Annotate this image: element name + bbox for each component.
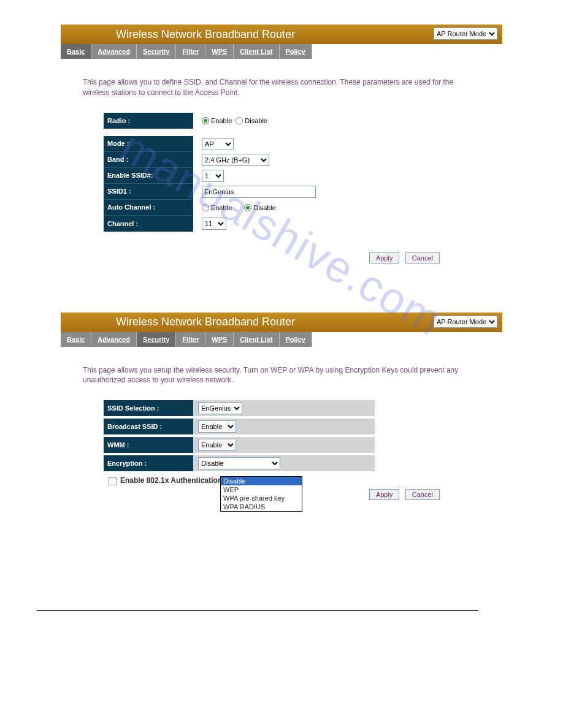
label-mode: Mode : bbox=[104, 136, 193, 152]
encryption-option-wpa-radius[interactable]: WPA RADIUS bbox=[221, 502, 302, 511]
tab-wps[interactable]: WPS bbox=[205, 332, 234, 347]
radio-disable-option[interactable]: Disable bbox=[236, 117, 267, 124]
radio-dot-icon bbox=[202, 117, 209, 124]
row-auto-channel: Auto Channel : Enable Disable bbox=[104, 200, 480, 216]
auto-ch-enable-option[interactable]: Enable bbox=[202, 204, 232, 211]
tab-bar: Basic Advanced Security Filter WPS Clien… bbox=[61, 332, 360, 347]
form-block: SSID Selection : EnGenius Broadcast SSID… bbox=[104, 400, 480, 471]
label-broadcast-ssid: Broadcast SSID : bbox=[104, 419, 193, 434]
encryption-option-wep[interactable]: WEP bbox=[221, 485, 302, 494]
tab-bar: Basic Advanced Security Filter WPS Clien… bbox=[61, 44, 360, 59]
label-auto-channel: Auto Channel : bbox=[104, 200, 193, 216]
channel-select[interactable]: 11 bbox=[202, 218, 226, 230]
form-block: Radio : Enable Disable Mode : bbox=[104, 113, 480, 232]
row-enable-ssid: Enable SSID#: 1 bbox=[104, 168, 480, 184]
radio-dot-icon bbox=[244, 204, 251, 211]
mode-select[interactable]: AP bbox=[202, 138, 234, 150]
row-channel: Channel : 11 bbox=[104, 216, 480, 232]
wmm-select[interactable]: Enable bbox=[198, 439, 236, 451]
mode-select-wrap: AP Router Mode bbox=[434, 316, 497, 328]
auto-ch-enable-label: Enable bbox=[211, 204, 232, 211]
router-mode-select[interactable]: AP Router Mode bbox=[434, 316, 497, 328]
intro-text: This page allows you to define SSID, and… bbox=[83, 77, 480, 98]
tab-filter[interactable]: Filter bbox=[176, 332, 205, 347]
title-bar: Wireless Network Broadband Router AP Rou… bbox=[61, 313, 502, 332]
tab-security[interactable]: Security bbox=[137, 332, 176, 347]
label-enable-ssid: Enable SSID#: bbox=[104, 168, 193, 184]
title-text: Wireless Network Broadband Router bbox=[116, 316, 295, 328]
auto-ch-disable-label: Disable bbox=[253, 204, 276, 211]
tab-policy[interactable]: Policy bbox=[280, 44, 312, 59]
router-mode-select[interactable]: AP Router Mode bbox=[434, 28, 497, 40]
label-channel: Channel : bbox=[104, 216, 193, 232]
radio-enable-option[interactable]: Enable bbox=[202, 117, 232, 124]
auto-ch-disable-option[interactable]: Disable bbox=[244, 204, 276, 211]
checkbox-8021x[interactable] bbox=[109, 477, 117, 485]
radio-enable-label: Enable bbox=[211, 117, 232, 124]
label-8021x: Enable 802.1x Authentication bbox=[120, 476, 222, 485]
label-encryption: Encryption : bbox=[104, 455, 193, 471]
label-ssid-selection: SSID Selection : bbox=[104, 400, 193, 416]
title-text: Wireless Network Broadband Router bbox=[116, 28, 295, 41]
tab-client-list[interactable]: Client List bbox=[234, 44, 279, 59]
band-select[interactable]: 2.4 GHz (B+G) bbox=[202, 154, 269, 166]
row-ssid-selection: SSID Selection : EnGenius bbox=[104, 400, 398, 416]
row-8021x: Enable 802.1x Authentication Disable WEP… bbox=[109, 476, 480, 485]
mode-select-wrap: AP Router Mode bbox=[434, 28, 497, 40]
row-broadcast-ssid: Broadcast SSID : Enable bbox=[104, 419, 398, 434]
apply-button[interactable]: Apply bbox=[369, 252, 400, 264]
footer-divider bbox=[37, 610, 478, 611]
row-mode: Mode : AP bbox=[104, 136, 480, 152]
ssid1-input[interactable] bbox=[202, 186, 316, 198]
tab-basic[interactable]: Basic bbox=[61, 44, 91, 59]
tab-policy[interactable]: Policy bbox=[280, 332, 312, 347]
content-area: This page allows you setup the wireless … bbox=[61, 347, 502, 501]
tab-security[interactable]: Security bbox=[137, 44, 176, 59]
tab-wps[interactable]: WPS bbox=[205, 44, 234, 59]
tab-advanced[interactable]: Advanced bbox=[91, 44, 137, 59]
row-ssid1: SSID1 : bbox=[104, 184, 480, 200]
encryption-option-wpa-psk[interactable]: WPA pre-shared key bbox=[221, 494, 302, 502]
label-radio: Radio : bbox=[104, 113, 193, 129]
apply-button[interactable]: Apply bbox=[369, 489, 400, 500]
radio-dot-icon bbox=[202, 204, 209, 211]
security-settings-panel: Wireless Network Broadband Router AP Rou… bbox=[61, 313, 502, 501]
page-container: Wireless Network Broadband Router AP Rou… bbox=[61, 25, 502, 500]
encryption-dropdown-list[interactable]: Disable WEP WPA pre-shared key WPA RADIU… bbox=[220, 476, 302, 512]
title-bar: Wireless Network Broadband Router AP Rou… bbox=[61, 25, 502, 44]
label-wmm: WMM : bbox=[104, 437, 193, 453]
radio-dot-icon bbox=[236, 117, 243, 124]
tab-client-list[interactable]: Client List bbox=[234, 332, 279, 347]
tab-basic[interactable]: Basic bbox=[61, 332, 91, 347]
buttons-row: Apply Cancel bbox=[83, 252, 480, 264]
encryption-select[interactable]: Disable bbox=[198, 457, 280, 469]
ssid-selection-select[interactable]: EnGenius bbox=[198, 402, 242, 414]
cancel-button[interactable]: Cancel bbox=[405, 252, 440, 264]
basic-settings-panel: Wireless Network Broadband Router AP Rou… bbox=[61, 25, 502, 264]
radio-disable-label: Disable bbox=[245, 117, 267, 124]
content-area: This page allows you to define SSID, and… bbox=[61, 59, 502, 264]
encryption-option-disable[interactable]: Disable bbox=[221, 477, 302, 485]
intro-text: This page allows you setup the wireless … bbox=[83, 365, 480, 386]
row-wmm: WMM : Enable bbox=[104, 437, 398, 453]
row-radio: Radio : Enable Disable bbox=[104, 113, 480, 129]
row-encryption: Encryption : Disable bbox=[104, 455, 398, 471]
label-band: Band : bbox=[104, 152, 193, 168]
label-ssid1: SSID1 : bbox=[104, 184, 193, 200]
broadcast-ssid-select[interactable]: Enable bbox=[198, 420, 236, 433]
tab-filter[interactable]: Filter bbox=[176, 44, 205, 59]
row-band: Band : 2.4 GHz (B+G) bbox=[104, 152, 480, 168]
tab-advanced[interactable]: Advanced bbox=[91, 332, 137, 347]
cancel-button[interactable]: Cancel bbox=[405, 489, 440, 500]
enable-ssid-select[interactable]: 1 bbox=[202, 170, 224, 182]
